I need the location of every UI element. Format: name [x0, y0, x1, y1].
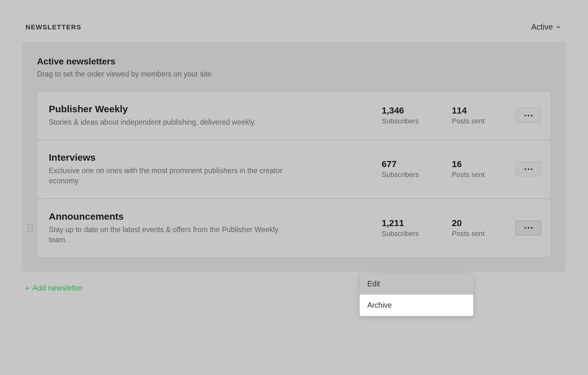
- page-header: NEWSLETTERS Active: [22, 22, 566, 32]
- dropdown-archive[interactable]: Archive: [360, 295, 473, 316]
- newsletters-page: NEWSLETTERS Active Active newsletters Dr…: [0, 0, 588, 292]
- subscribers-value: 677: [382, 159, 430, 169]
- more-button[interactable]: [516, 221, 541, 235]
- newsletter-card-wrapper: Publisher Weekly Stories & ideas about i…: [37, 91, 551, 140]
- newsletter-stats: 1,346 Subscribers 114 Posts sent: [382, 106, 500, 125]
- add-newsletter-label: Add newsletter: [32, 283, 83, 292]
- posts-sent-label: Posts sent: [452, 230, 500, 238]
- plus-icon: +: [25, 284, 30, 292]
- active-newsletters-panel: Active newsletters Drag to set the order…: [22, 42, 566, 272]
- posts-sent-label: Posts sent: [452, 117, 500, 125]
- newsletter-title: Interviews: [49, 152, 372, 163]
- subscribers-value: 1,346: [382, 106, 430, 116]
- more-icon: [525, 227, 533, 229]
- posts-sent-label: Posts sent: [452, 171, 500, 179]
- newsletter-description: Stories & ideas about independent publis…: [49, 117, 291, 127]
- drag-handle-icon[interactable]: [27, 224, 33, 232]
- newsletter-info: Interviews Exclusive one on ones with th…: [49, 152, 382, 186]
- dropdown-edit[interactable]: Edit: [360, 273, 473, 295]
- more-icon: [525, 168, 533, 170]
- panel-subtitle: Drag to set the order viewed by members …: [37, 70, 551, 78]
- filter-value: Active: [531, 22, 553, 32]
- subscribers-stat: 1,346 Subscribers: [382, 106, 430, 125]
- newsletter-title: Publisher Weekly: [49, 104, 372, 114]
- posts-sent-value: 114: [452, 106, 500, 116]
- newsletter-description: Exclusive one on ones with the most prom…: [49, 165, 291, 186]
- more-button[interactable]: [516, 108, 541, 123]
- subscribers-stat: 677 Subscribers: [382, 159, 430, 179]
- subscribers-label: Subscribers: [382, 117, 430, 125]
- more-icon: [525, 115, 533, 116]
- newsletter-actions: [516, 108, 541, 123]
- newsletter-description: Stay up to date on the latest events & o…: [49, 224, 291, 245]
- posts-sent-stat: 114 Posts sent: [452, 106, 500, 125]
- newsletter-info: Announcements Stay up to date on the lat…: [49, 211, 382, 245]
- newsletter-title: Announcements: [49, 211, 372, 222]
- subscribers-stat: 1,211 Subscribers: [382, 218, 430, 238]
- posts-sent-stat: 16 Posts sent: [452, 159, 500, 179]
- newsletter-actions: [516, 162, 541, 176]
- subscribers-label: Subscribers: [382, 171, 430, 179]
- subscribers-label: Subscribers: [382, 230, 430, 238]
- more-button[interactable]: [516, 162, 541, 176]
- chevron-down-icon: [555, 24, 561, 30]
- panel-title: Active newsletters: [37, 56, 551, 67]
- subscribers-value: 1,211: [382, 218, 430, 228]
- newsletter-actions: [516, 221, 541, 235]
- page-label: NEWSLETTERS: [26, 23, 81, 31]
- more-dropdown: Edit Archive: [360, 273, 473, 316]
- newsletter-stats: 677 Subscribers 16 Posts sent: [382, 159, 500, 179]
- newsletter-card-wrapper: Announcements Stay up to date on the lat…: [37, 199, 551, 257]
- add-newsletter-button[interactable]: + Add newsletter: [22, 283, 566, 292]
- newsletter-card[interactable]: Publisher Weekly Stories & ideas about i…: [37, 91, 551, 140]
- filter-select[interactable]: Active: [531, 22, 561, 32]
- posts-sent-value: 16: [452, 159, 500, 169]
- newsletter-info: Publisher Weekly Stories & ideas about i…: [49, 104, 382, 127]
- newsletter-card[interactable]: Interviews Exclusive one on ones with th…: [37, 140, 551, 198]
- posts-sent-value: 20: [452, 218, 500, 228]
- newsletter-stats: 1,211 Subscribers 20 Posts sent: [382, 218, 500, 238]
- posts-sent-stat: 20 Posts sent: [452, 218, 500, 238]
- newsletter-card-wrapper: Interviews Exclusive one on ones with th…: [37, 140, 551, 198]
- newsletter-card[interactable]: Announcements Stay up to date on the lat…: [37, 199, 551, 257]
